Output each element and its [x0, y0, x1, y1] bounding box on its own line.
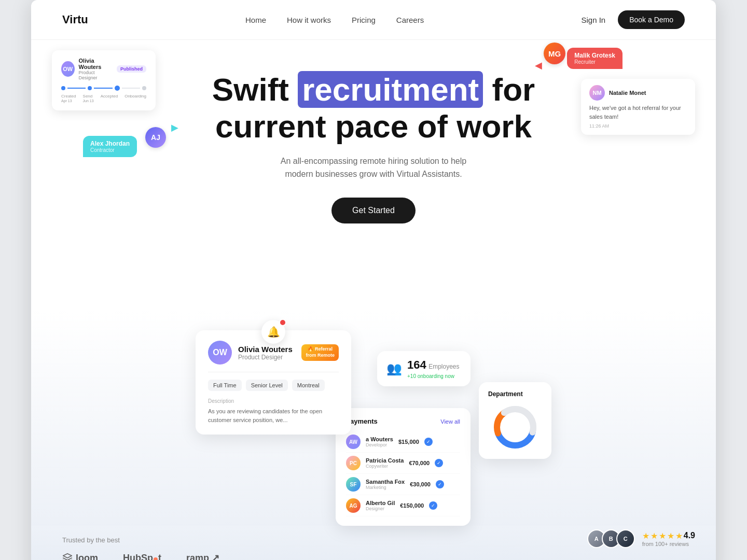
step-onboarding-label: Onboarding	[125, 94, 146, 103]
step-line-2	[94, 88, 112, 89]
nav-actions: Sign In Book a Demo	[581, 10, 685, 29]
candidate-name: Olivia Wouters	[238, 345, 293, 354]
payment-amount-3: €150,000	[400, 502, 424, 509]
payment-amount-1: €70,000	[409, 460, 430, 466]
payment-avatar-1: PC	[346, 456, 361, 470]
payment-role-0: Developor	[366, 442, 393, 447]
loom-logo: loom	[62, 553, 98, 561]
recruiter-bubble: Malik Grotesk Recruiter	[567, 48, 622, 69]
star-5: ★	[675, 531, 683, 541]
tag-senior-level: Senior Level	[246, 380, 288, 391]
candidate-tags: Full Time Senior Level Montreal	[208, 380, 339, 391]
contractor-avatar: AJ	[145, 127, 166, 148]
step-send-label: SendJun 13	[83, 94, 94, 103]
view-all-link[interactable]: View all	[440, 418, 460, 425]
star-2: ★	[651, 531, 658, 541]
nav-links: Home How it works Pricing Careers	[245, 16, 424, 24]
message-card: NM Natalie Monet Hey, we've got a hot re…	[581, 79, 695, 135]
description-label: Description	[208, 398, 339, 404]
review-from: from 100+ reviews	[642, 541, 695, 547]
recruiter-type: Recruiter	[574, 59, 615, 65]
payment-role-2: Marketing	[366, 485, 405, 490]
payment-name-2: Samantha Fox	[366, 479, 405, 485]
payment-name-1: Patricia Costa	[366, 457, 404, 464]
step-line-3	[122, 88, 140, 89]
step-line-1	[67, 88, 86, 89]
nav-how-it-works[interactable]: How it works	[287, 16, 331, 24]
message-sender-name: Natalie Monet	[609, 90, 646, 96]
bell-notification[interactable]: 🔔	[261, 320, 285, 344]
step-created-dot	[61, 86, 65, 90]
hero-title-highlight: recruitment	[298, 71, 483, 108]
tag-montreal: Montreal	[292, 380, 325, 391]
payment-check-3: ✓	[429, 501, 437, 510]
candidate-avatar: OW	[208, 341, 232, 365]
payment-row-2: SF Samantha Fox Marketing €30,000 ✓	[346, 474, 460, 495]
payment-avatar-0: AW	[346, 435, 361, 449]
hero-title-prefix: Swift	[212, 72, 298, 107]
payment-check-1: ✓	[435, 459, 443, 467]
profile-status-badge: Published	[117, 65, 146, 73]
payment-row: AW a Wouters Developor $15,000 ✓	[346, 431, 460, 453]
message-avatar: NM	[589, 85, 605, 101]
loom-logo-text: loom	[76, 553, 98, 561]
contractor-bubble: Alex Jhordan Contractor	[83, 136, 137, 157]
ramp-logo: ramp ↗	[186, 552, 219, 560]
nav-pricing[interactable]: Pricing	[352, 16, 376, 24]
payment-amount-2: €30,000	[410, 481, 431, 487]
nav-careers[interactable]: Careers	[396, 16, 424, 24]
nav-home[interactable]: Home	[245, 16, 266, 24]
employees-count: 164	[407, 358, 426, 371]
bell-badge	[279, 319, 286, 326]
review-avatar-2: C	[616, 529, 635, 548]
payment-name-3: Alberto Gil	[366, 500, 395, 506]
star-4: ★	[667, 531, 674, 541]
recruiter-name: Malik Grotesk	[574, 52, 615, 59]
book-demo-button[interactable]: Book a Demo	[618, 10, 685, 29]
hero-subtitle: An all-encompassing remote hiring soluti…	[270, 155, 477, 181]
payment-role-3: Designer	[366, 506, 395, 511]
employees-icon: 👥	[386, 361, 402, 376]
payment-role-1: Copywriter	[366, 464, 404, 469]
star-3: ★	[659, 531, 666, 541]
browser-window: Virtu Home How it works Pricing Careers …	[31, 0, 716, 560]
tag-full-time: Full Time	[208, 380, 242, 391]
message-body: Hey, we've got a hot referral for your s…	[589, 104, 687, 121]
ramp-logo-text: ramp ↗	[186, 552, 219, 560]
profile-avatar-small: OW	[61, 61, 75, 77]
sign-in-link[interactable]: Sign In	[581, 16, 605, 24]
message-time: 11:26 AM	[589, 123, 687, 129]
hubspot-logo: HubSpt	[123, 553, 161, 561]
get-started-button[interactable]: Get Started	[331, 198, 416, 223]
review-score: 4.9	[684, 531, 695, 541]
payment-avatar-2: SF	[346, 477, 361, 492]
profile-name-small: Olivia Wouters	[79, 58, 113, 70]
department-card: Department	[479, 382, 551, 459]
step-send-dot	[88, 86, 92, 90]
department-title: Department	[488, 390, 542, 398]
candidate-role: Product Desiger	[238, 354, 293, 361]
hero-section: Swift recruitment forcurrent pace of wor…	[31, 40, 716, 310]
payment-row-1: PC Patricia Costa Copywriter €70,000 ✓	[346, 453, 460, 474]
step-created-label: CreatedApr 13	[61, 94, 76, 103]
recruiter-avatar: MG	[544, 43, 565, 64]
step-onboarding-dot	[142, 86, 146, 90]
logo: Virtu	[62, 13, 88, 26]
profile-card-top: OW Olivia Wouters Product Designer Publi…	[52, 50, 156, 110]
reviews-section: A B C ★ ★ ★ ★ ★ 4.9 from 100+ reviews	[587, 529, 695, 548]
review-stars: ★ ★ ★ ★ ★ 4.9	[642, 531, 695, 541]
brand-logos: loom HubSpt ramp ↗	[62, 552, 685, 560]
bell-icon: 🔔	[267, 326, 280, 338]
cards-layout: 🔔 OW Olivia Wouters Product Desiger 🔥 Re…	[140, 310, 607, 526]
contractor-type: Contractor	[90, 147, 130, 153]
employees-label: Employees	[428, 363, 459, 370]
candidate-card: OW Olivia Wouters Product Desiger 🔥 Refe…	[196, 330, 351, 435]
payment-check-0: ✓	[424, 438, 433, 446]
payment-check-2: ✓	[436, 480, 444, 488]
payment-row-3: AG Alberto Gil Designer €150,000 ✓	[346, 495, 460, 516]
bottom-row: 🔔 OW Olivia Wouters Product Desiger 🔥 Re…	[31, 310, 716, 560]
contractor-name: Alex Jhordan	[90, 140, 130, 147]
donut-chart	[488, 404, 542, 451]
employees-sub: +10 onboarding now	[407, 373, 460, 379]
referral-badge: 🔥 Referralfrom Remote	[301, 344, 339, 360]
